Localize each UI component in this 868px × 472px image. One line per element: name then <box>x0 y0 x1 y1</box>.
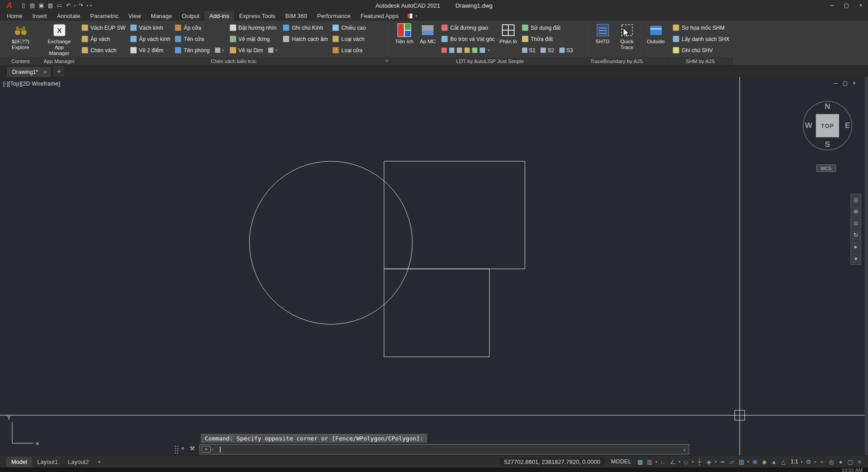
polar-caret-icon[interactable]: ▾ <box>677 460 681 464</box>
panel-label-traceboundary[interactable]: TraceBoundary by AJS <box>590 57 643 65</box>
panel-label-app-manager[interactable]: App Manager <box>41 57 77 65</box>
hatch-cach-am-button[interactable]: Hatch cách âm <box>283 33 328 45</box>
annotation-scale-button[interactable]: 1:1 <box>788 458 800 465</box>
ldt-tool-icon-3[interactable] <box>457 47 462 53</box>
viewcube-east[interactable]: E <box>845 121 850 130</box>
ldt-tool-icon-2[interactable] <box>449 47 455 53</box>
isodraft-caret-icon[interactable]: ▾ <box>691 460 695 464</box>
tab-output[interactable]: Output <box>177 11 204 21</box>
tab-view[interactable]: View <box>123 11 146 21</box>
panel-overflow-icon[interactable]: » <box>385 58 388 63</box>
shtd-button[interactable]: SHTD <box>592 22 613 57</box>
object-snap-tracking-icon[interactable]: ┼ <box>695 457 704 467</box>
tab-express-tools[interactable]: Express Tools <box>234 11 280 21</box>
undo-caret-icon[interactable]: ▾ <box>73 4 77 8</box>
command-customize-wrench-icon[interactable]: ⚒ <box>190 445 195 452</box>
thua-dat-button[interactable]: Thửa đất <box>522 33 576 45</box>
ldt-tool-caret-icon[interactable]: ▾ <box>487 48 491 52</box>
ap-mc-button[interactable]: Áp MC <box>416 22 439 57</box>
plot-icon[interactable]: ▭ <box>55 1 64 10</box>
tab-add-ins[interactable]: Add-ins <box>204 11 234 21</box>
annotation-monitor-icon[interactable]: + <box>817 457 827 467</box>
pan-icon[interactable]: ⊕ <box>851 206 861 218</box>
orbit-icon[interactable]: ↻ <box>851 229 861 241</box>
maximize-button[interactable]: ▢ <box>839 0 854 11</box>
ghi-chu-kinh-button[interactable]: Ghi chú Kính <box>283 22 328 33</box>
grid-icon[interactable]: ▦ <box>635 457 645 467</box>
ve-lai-dim-button[interactable]: Vẽ lại Dim ▾ <box>230 45 279 56</box>
viewport-minimize-icon[interactable]: ─ <box>834 80 838 86</box>
viewport-close-icon[interactable]: × <box>853 80 856 86</box>
viewport-restore-icon[interactable]: ▢ <box>843 80 848 86</box>
new-drawing-tab-button[interactable]: + <box>54 66 64 76</box>
redo-icon[interactable]: ↷ <box>77 1 86 10</box>
tab-manage[interactable]: Manage <box>146 11 177 21</box>
ap-vach-kinh-button[interactable]: Áp vách kính <box>130 33 170 45</box>
customization-icon[interactable]: ≡ <box>855 457 864 467</box>
command-input[interactable]: > ▾ | ▴ <box>199 444 689 454</box>
coordinates-display[interactable]: 527702.8601, 2381827.7920, 0.0000 <box>500 458 605 466</box>
undo-icon[interactable]: ↶ <box>64 1 73 10</box>
close-button[interactable]: × <box>854 0 868 11</box>
lay-danh-sach-shx-button[interactable]: Lấy danh sách SHX <box>673 33 729 45</box>
viewcube-west[interactable]: W <box>805 121 812 130</box>
tab-featured-apps[interactable]: Featured Apps <box>356 11 404 21</box>
vach-kinh-button[interactable]: Vách kính <box>130 22 170 33</box>
tien-ich-button[interactable]: Tiện ích <box>392 22 416 57</box>
object-snap-icon[interactable]: ◈ <box>704 457 714 467</box>
navbar-customize-icon[interactable]: ▾ <box>851 253 861 264</box>
workspace-caret2-icon[interactable]: ▾ <box>813 460 817 464</box>
selection-cycling-icon[interactable]: ▤ <box>737 457 746 467</box>
minimize-button[interactable]: ─ <box>825 0 839 11</box>
open-file-icon[interactable]: ▤ <box>28 1 37 10</box>
ap-vach-button[interactable]: Áp vách <box>81 33 126 45</box>
viewcube-top-face[interactable]: TOP <box>816 114 839 137</box>
model-space-button[interactable]: MODEL <box>609 458 635 465</box>
s2-button[interactable]: S2 <box>540 47 554 54</box>
command-prompt-icon[interactable]: > <box>202 446 211 453</box>
dim-dropdown[interactable]: ▾ <box>268 47 278 53</box>
loai-cua-button[interactable]: Loại cửa <box>332 45 366 56</box>
model-tab[interactable]: Model <box>6 457 32 467</box>
showmotion-icon[interactable]: ▸ <box>851 241 861 253</box>
save-as-icon[interactable]: ▨ <box>46 1 55 10</box>
ve-mat-dung-button[interactable]: Vẽ mặt đứng <box>230 33 279 45</box>
snap-caret-icon[interactable]: ▾ <box>654 460 658 464</box>
lineweight-icon[interactable]: ━ <box>718 457 727 467</box>
panel-label-chen-vach[interactable]: Chèn vách kiến trúc » <box>77 57 390 65</box>
layout2-tab[interactable]: Layout2 <box>63 457 94 467</box>
redo-caret-icon[interactable]: ▾ <box>86 4 89 8</box>
autoscale-icon[interactable]: △ <box>778 457 788 467</box>
vach-eup-sw-button[interactable]: Vách EUP SW <box>81 22 126 33</box>
view-cube[interactable]: N W E S TOP <box>803 101 852 150</box>
ve-2-diem-button[interactable]: Vẽ 2 điểm <box>130 45 170 56</box>
snap-mode-icon[interactable]: ▥ <box>645 457 654 467</box>
clean-screen-icon[interactable]: ▢ <box>845 457 855 467</box>
tab-insert[interactable]: Insert <box>27 11 52 21</box>
wcs-selector[interactable]: WCS <box>816 164 836 172</box>
panel-label-ldt[interactable]: LDT by AutoLISP Just Simple <box>390 57 590 65</box>
phan-lo-button[interactable]: Phân lô <box>497 22 520 57</box>
customize-qat-icon[interactable]: ▾ <box>89 4 93 8</box>
ortho-icon[interactable]: ∟ <box>658 457 668 467</box>
bo-tron-va-vat-goc-button[interactable]: Bo tròn và Vát góc <box>441 33 495 45</box>
vertical-scrollbar[interactable] <box>865 77 868 455</box>
file-tab-drawing1[interactable]: Drawing1* × <box>6 66 51 77</box>
command-line-grip[interactable] <box>175 445 180 454</box>
new-layout-button[interactable]: + <box>94 458 105 465</box>
panel-label-content[interactable]: Content <box>0 57 41 65</box>
tab-home[interactable]: Home <box>2 11 27 21</box>
cat-duong-giao-button[interactable]: Cắt đường giao <box>441 22 495 33</box>
zoom-icon[interactable]: ⊙ <box>851 218 861 229</box>
viewcube-north[interactable]: N <box>825 102 830 111</box>
layout1-tab[interactable]: Layout1 <box>32 457 63 467</box>
ten-phong-button[interactable]: Tên phòng ▾ <box>175 45 225 56</box>
outside-button[interactable]: Outside <box>645 22 666 57</box>
graphics-performance-icon[interactable]: ● <box>836 457 845 467</box>
panel-label-shm[interactable]: SHM by AJS <box>669 57 732 65</box>
viewport-controls-label[interactable]: [-][Top][2D Wireframe] <box>3 81 60 87</box>
osnap-caret-icon[interactable]: ▾ <box>714 460 718 464</box>
ten-cua-button[interactable]: Tên cửa <box>175 33 225 45</box>
selection-cycling-caret-icon[interactable]: ▾ <box>746 460 750 464</box>
full-navigation-wheel-icon[interactable]: ◎ <box>851 194 861 206</box>
